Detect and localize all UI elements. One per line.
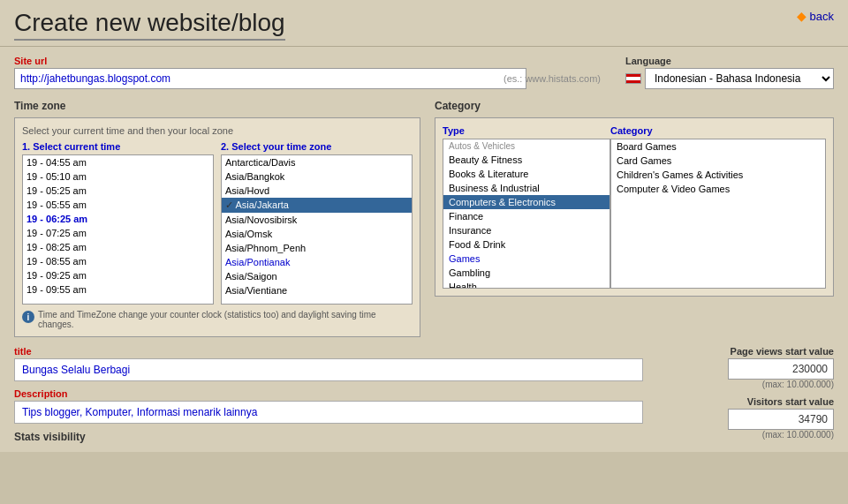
page-header: Create new website/blog ◆ back (0, 0, 848, 47)
cat-sub-item[interactable]: Children's Games & Activities (611, 168, 825, 182)
visitors-input[interactable] (728, 409, 834, 430)
category-section: Category Type Autos & Vehicles Beauty & … (435, 100, 834, 337)
tz-item[interactable]: Asia/Pontianak (222, 255, 412, 269)
cat-type-item-selected[interactable]: Computers & Electronics (443, 195, 610, 209)
time-item[interactable]: 19 - 05:10 am (23, 169, 213, 184)
form-right: Page views start value (max: 10.000.000)… (657, 346, 834, 440)
tz-item[interactable]: Asia/Omsk (222, 227, 412, 241)
time-item[interactable]: 19 - 08:25 am (23, 240, 213, 254)
timezone-col-title: 2. Select your time zone (221, 141, 413, 152)
time-item[interactable]: 19 - 04:55 am (23, 155, 213, 169)
tz-item[interactable]: Asia/Bangkok (222, 169, 412, 184)
site-url-input[interactable] (14, 68, 526, 89)
category-columns: Type Autos & Vehicles Beauty & Fitness B… (443, 125, 826, 289)
tz-item-selected[interactable]: Asia/Jakarta (222, 198, 412, 213)
timezone-info-text: Time and TimeZone change your counter cl… (38, 310, 413, 329)
category-sub-title: Category (610, 125, 826, 136)
title-label: title (14, 346, 643, 357)
timezone-section-title: Time zone (14, 100, 420, 112)
cat-type-item[interactable]: Insurance (443, 223, 610, 237)
timezone-box: Select your current time and then your l… (14, 117, 420, 337)
cat-sub-item[interactable]: Card Games (611, 154, 825, 168)
site-url-hint: (es.: www.histats.com) (504, 73, 601, 84)
top-row: Site url (es.: www.histats.com) Language… (14, 56, 834, 89)
timezone-list: Antarctica/Davis Asia/Bangkok Asia/Hovd … (222, 155, 412, 297)
time-item[interactable]: 19 - 05:55 am (23, 198, 213, 212)
visitors-block: Visitors start value (max: 10.000.000) (657, 396, 834, 440)
page-views-label: Page views start value (657, 346, 834, 357)
tz-item[interactable]: Antarctica/Davis (222, 155, 412, 169)
time-item[interactable]: 19 - 05:25 am (23, 184, 213, 198)
cat-sub-item[interactable]: Board Games (611, 139, 825, 154)
cat-type-item-games[interactable]: Games (443, 252, 610, 266)
timezone-list-wrapper[interactable]: Antarctica/Davis Asia/Bangkok Asia/Hovd … (221, 154, 413, 305)
cat-type-item[interactable]: Health (443, 280, 610, 289)
title-input[interactable] (14, 358, 643, 381)
timezone-columns: 1. Select current time 19 - 04:55 am 19 … (22, 141, 413, 305)
cat-type-item[interactable]: Food & Drink (443, 237, 610, 252)
time-item[interactable]: 19 - 08:55 am (23, 254, 213, 268)
tz-item[interactable]: Asia/Novosibirsk (222, 213, 412, 227)
category-type-list: Autos & Vehicles Beauty & Fitness Books … (443, 139, 610, 289)
category-type-col: Type Autos & Vehicles Beauty & Fitness B… (443, 125, 610, 289)
info-icon: i (22, 311, 34, 323)
cat-type-item[interactable]: Gambling (443, 266, 610, 280)
middle-row: Time zone Select your current time and t… (14, 100, 834, 337)
category-sub-list: Board Games Card Games Children's Games … (611, 139, 825, 196)
site-url-wrapper: (es.: www.histats.com) (14, 68, 608, 89)
category-sub-col: Category Board Games Card Games Children… (610, 125, 826, 289)
bottom-row: title Description Stats visibility Page … (14, 346, 834, 443)
form-left: title Description Stats visibility (14, 346, 643, 443)
tz-item[interactable]: Asia/Vientiane (222, 283, 412, 297)
page-title: Create new website/blog (14, 9, 285, 41)
timezone-hint: Select your current time and then your l… (22, 125, 413, 136)
visitors-hint: (max: 10.000.000) (657, 430, 834, 440)
title-block: title (14, 346, 643, 381)
timezone-list-col: 2. Select your time zone Antarctica/Davi… (221, 141, 413, 305)
current-time-list-wrapper[interactable]: 19 - 04:55 am 19 - 05:10 am 19 - 05:25 a… (22, 154, 214, 305)
page-views-hint: (max: 10.000.000) (657, 380, 834, 389)
category-box: Type Autos & Vehicles Beauty & Fitness B… (435, 117, 834, 297)
page-views-block: Page views start value (max: 10.000.000) (657, 346, 834, 389)
language-wrapper: Indonesian - Bahasa Indonesia (625, 68, 834, 89)
desc-block: Description (14, 388, 643, 424)
time-item[interactable]: 19 - 09:55 am (23, 282, 213, 297)
cat-type-item[interactable]: Autos & Vehicles (443, 139, 610, 153)
page-views-input[interactable] (728, 358, 834, 380)
language-label: Language (625, 56, 834, 66)
time-item-selected[interactable]: 19 - 06:25 am (23, 212, 213, 226)
back-arrow-icon: ◆ (797, 9, 806, 23)
current-time-col-title: 1. Select current time (22, 141, 214, 152)
timezone-info: i Time and TimeZone change your counter … (22, 310, 413, 329)
tz-item[interactable]: Asia/Saigon (222, 269, 412, 283)
flag-icon (625, 73, 641, 84)
category-type-title: Type (443, 125, 610, 136)
back-link[interactable]: ◆ back (797, 9, 834, 23)
category-section-title: Category (435, 100, 834, 112)
site-url-label: Site url (14, 56, 608, 66)
current-time-col: 1. Select current time 19 - 04:55 am 19 … (22, 141, 214, 305)
site-url-group: Site url (es.: www.histats.com) (14, 56, 608, 89)
desc-input[interactable] (14, 401, 643, 424)
cat-type-item[interactable]: Books & Literature (443, 167, 610, 181)
cat-sub-item[interactable]: Computer & Video Games (611, 182, 825, 196)
tz-item[interactable]: Asia/Hovd (222, 184, 412, 198)
tz-item[interactable]: Asia/Phnom_Penh (222, 241, 412, 255)
cat-type-item[interactable]: Beauty & Fitness (443, 153, 610, 167)
category-sub-list-wrapper[interactable]: Board Games Card Games Children's Games … (610, 139, 826, 289)
main-content: Site url (es.: www.histats.com) Language… (0, 47, 848, 452)
desc-label: Description (14, 388, 643, 399)
time-item[interactable]: 19 - 07:25 am (23, 226, 213, 240)
current-time-list: 19 - 04:55 am 19 - 05:10 am 19 - 05:25 a… (23, 155, 213, 297)
visitors-label: Visitors start value (657, 396, 834, 407)
time-item[interactable]: 19 - 09:25 am (23, 268, 213, 282)
cat-type-item[interactable]: Finance (443, 209, 610, 223)
cat-type-item[interactable]: Business & Industrial (443, 181, 610, 195)
timezone-section: Time zone Select your current time and t… (14, 100, 420, 337)
language-group: Language Indonesian - Bahasa Indonesia (625, 56, 834, 89)
stats-visibility-label: Stats visibility (14, 431, 643, 443)
category-type-list-wrapper[interactable]: Autos & Vehicles Beauty & Fitness Books … (443, 139, 610, 289)
language-select[interactable]: Indonesian - Bahasa Indonesia (645, 68, 834, 89)
back-label: back (810, 10, 834, 23)
